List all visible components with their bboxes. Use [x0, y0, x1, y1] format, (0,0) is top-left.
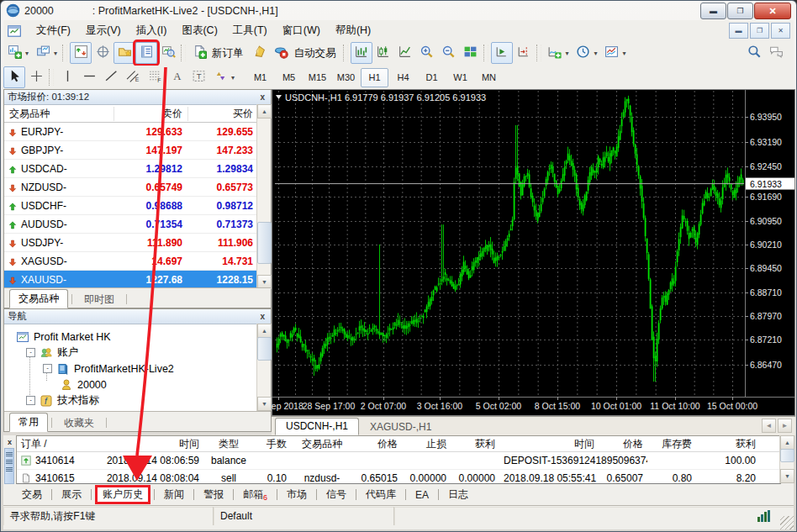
market-watch-row-USDCAD[interactable]: USDCAD-1.298121.29834	[4, 160, 271, 178]
profiles-button[interactable]	[32, 42, 54, 64]
mw-column-header-2[interactable]: 买价	[187, 107, 258, 121]
market-watch-row-AUDUSD[interactable]: AUDUSD-0.713540.71373	[4, 215, 271, 234]
navigator-button[interactable]	[113, 42, 135, 64]
terminal-column-header-5[interactable]: 价格	[353, 437, 402, 451]
tree-item-Profit-Market-HK[interactable]: Profit Market HK	[16, 329, 111, 345]
doc-minimize-button[interactable]: ▬	[729, 23, 748, 39]
terminal-tab-4[interactable]: 警报	[198, 487, 230, 503]
nav-tab-1[interactable]: 收藏夹	[55, 414, 103, 432]
text-label-tool-button[interactable]: T	[187, 66, 209, 88]
menu-item-显示V[interactable]: 显示(V)	[78, 22, 129, 40]
fibonacci-tool-button[interactable]: F	[144, 66, 166, 88]
timeframe-m30-button[interactable]: M30	[332, 68, 360, 87]
timeframe-m1-button[interactable]: M1	[246, 68, 274, 87]
periods-button[interactable]	[573, 42, 594, 64]
market-watch-row-USDCHF[interactable]: USDCHF-0.986880.98712	[4, 197, 271, 215]
doc-restore-button[interactable]: ❐	[750, 23, 769, 39]
arrows-tool-dropdown-arrow[interactable]: ▾	[231, 74, 235, 82]
crosshair-tool-button[interactable]	[25, 66, 47, 88]
menu-item-图表C[interactable]: 图表(C)	[174, 22, 224, 40]
timeframe-h1-button[interactable]: H1	[361, 68, 388, 87]
terminal-column-header-0[interactable]: 订单 /	[17, 437, 101, 451]
doc-close-button[interactable]: ✕	[771, 23, 790, 39]
terminal-column-header-6[interactable]: 止损	[402, 437, 451, 451]
horizontal-line-tool-button[interactable]	[78, 66, 100, 88]
history-row-3410614[interactable]: 34106142018.09.14 08:06:59balanceDEPOSIT…	[17, 452, 780, 470]
autotrading-button[interactable]	[271, 42, 293, 64]
text-tool-button[interactable]: A	[166, 66, 187, 88]
scroll-down-button[interactable]: ▼	[257, 397, 272, 411]
search-button[interactable]	[743, 42, 765, 64]
terminal-tab-9[interactable]: EA	[409, 488, 435, 502]
auto-scroll-button[interactable]	[491, 42, 513, 64]
timeframe-h4-button[interactable]: H4	[389, 68, 417, 87]
market-watch-button[interactable]	[70, 42, 92, 64]
price-chart[interactable]: 6.939506.931906.924506.916906.909506.902…	[272, 89, 795, 416]
terminal-close-icon[interactable]: x	[5, 437, 14, 446]
periods-dropdown-arrow[interactable]: ▾	[594, 50, 598, 57]
terminal-tab-3[interactable]: 新闻	[158, 487, 190, 503]
line-chart-mode-button[interactable]	[394, 42, 416, 64]
mw-column-header-1[interactable]: 卖价	[113, 107, 187, 121]
terminal-tab-7[interactable]: 信号	[320, 487, 352, 503]
terminal-tab-10[interactable]: 日志	[442, 487, 474, 503]
menu-item-窗口W[interactable]: 窗口(W)	[275, 22, 328, 40]
terminal-tab-0[interactable]: 交易	[16, 487, 48, 503]
terminal-column-header-4[interactable]: 交易品种	[291, 437, 353, 451]
market-watch-row-EURJPY[interactable]: EURJPY-129.633129.655	[4, 123, 271, 141]
metaeditor-button[interactable]	[249, 42, 271, 64]
scroll-down-button[interactable]: ▼	[780, 469, 794, 483]
tree-item-20000[interactable]: 20000	[60, 377, 107, 392]
market-watch-close-icon[interactable]: x	[257, 92, 267, 102]
timeframe-m5-button[interactable]: M5	[275, 68, 303, 87]
mw-tab-0[interactable]: 交易品种	[9, 289, 68, 308]
restore-button[interactable]: ❐	[727, 3, 753, 19]
zoom-in-button[interactable]	[416, 42, 438, 64]
terminal-column-header-3[interactable]: 手数	[254, 437, 291, 451]
terminal-tab-6[interactable]: 市场	[281, 487, 313, 503]
close-button[interactable]: ✕	[754, 3, 791, 19]
timeframe-w1-button[interactable]: W1	[446, 68, 474, 87]
indicators-button[interactable]	[544, 42, 566, 64]
chart-tab-XAGUSDH1[interactable]: XAGUSD-,H1	[360, 419, 441, 435]
indicators-dropdown-arrow[interactable]: ▾	[566, 50, 569, 57]
tree-expander-icon[interactable]: -	[43, 364, 52, 373]
market-watch-row-XAGUSD[interactable]: XAGUSD-14.69714.731	[4, 252, 271, 271]
strategy-tester-button[interactable]	[157, 42, 179, 64]
equidistant-channel-tool-button[interactable]: E	[122, 66, 144, 88]
arrows-tool-button[interactable]	[209, 66, 231, 88]
tree-item-账户[interactable]: -账户	[26, 345, 78, 361]
market-watch-row-USDJPY[interactable]: USDJPY-111.890111.906	[4, 234, 271, 252]
menu-item-插入I[interactable]: 插入(I)	[129, 22, 175, 40]
terminal-column-header-11[interactable]: 获利	[696, 437, 760, 451]
vertical-line-tool-button[interactable]	[56, 66, 78, 88]
navigator-scrollbar[interactable]: ▲▼	[256, 324, 271, 411]
mw-column-header-0[interactable]: 交易品种	[4, 107, 113, 121]
market-watch-scrollbar[interactable]: ▲▼	[256, 104, 271, 289]
candlestick-mode-button[interactable]	[372, 42, 394, 64]
bar-chart-mode-button[interactable]	[351, 42, 372, 64]
terminal-tab-2[interactable]: 账户历史	[95, 485, 150, 504]
zoom-out-button[interactable]	[438, 42, 460, 64]
scroll-up-button[interactable]: ▲	[257, 324, 272, 338]
data-window-button[interactable]	[92, 42, 113, 64]
mw-tab-1[interactable]: 即时图	[76, 291, 123, 308]
tree-item-ProfitMarketHK-Live2[interactable]: -ProfitMarketHK-Live2	[43, 361, 174, 377]
cursor-tool-button[interactable]	[3, 66, 25, 88]
status-profile[interactable]: Default	[214, 507, 394, 525]
market-watch-row-XAUUSD[interactable]: XAUUSD-1227.681228.15	[4, 271, 271, 289]
terminal-tab-8[interactable]: 代码库	[360, 487, 402, 503]
new-chart-button[interactable]	[3, 42, 25, 64]
minimize-button[interactable]: ▬	[700, 3, 726, 19]
templates-dropdown-arrow[interactable]: ▾	[623, 50, 626, 57]
timeframe-d1-button[interactable]: D1	[418, 68, 446, 87]
history-row-3410615[interactable]: 34106152018.09.14 08:08:04sell0.10nzdusd…	[17, 470, 780, 484]
terminal-tab-5[interactable]: 邮箱6	[237, 487, 273, 503]
resize-grip[interactable]	[780, 516, 794, 529]
nav-tab-0[interactable]: 常用	[9, 413, 48, 432]
templates-button[interactable]	[601, 42, 623, 64]
terminal-tab-1[interactable]: 展示	[55, 487, 87, 503]
tree-expander-icon[interactable]: -	[26, 348, 35, 357]
chart-tabs-left-icon[interactable]: ◄	[762, 419, 776, 433]
new-order-button[interactable]	[188, 42, 210, 64]
